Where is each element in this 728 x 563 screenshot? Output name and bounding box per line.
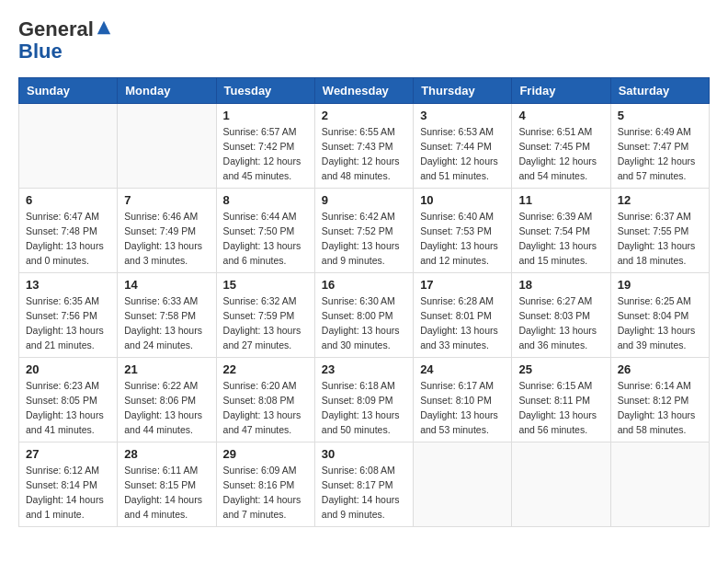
day-number: 16	[322, 278, 406, 292]
day-info: Sunrise: 6:49 AM Sunset: 7:47 PM Dayligh…	[618, 125, 702, 183]
day-info: Sunrise: 6:47 AM Sunset: 7:48 PM Dayligh…	[26, 210, 110, 268]
day-info: Sunrise: 6:35 AM Sunset: 7:56 PM Dayligh…	[26, 294, 110, 352]
day-info: Sunrise: 6:15 AM Sunset: 8:11 PM Dayligh…	[518, 379, 603, 437]
weekday-header-friday: Friday	[512, 78, 610, 104]
day-info: Sunrise: 6:25 AM Sunset: 8:04 PM Dayligh…	[618, 294, 702, 352]
day-info: Sunrise: 6:51 AM Sunset: 7:45 PM Dayligh…	[518, 125, 603, 183]
calendar-week-row: 27Sunrise: 6:12 AM Sunset: 8:14 PM Dayli…	[19, 442, 710, 527]
day-number: 18	[518, 278, 603, 292]
day-number: 26	[618, 362, 702, 376]
calendar-cell: 30Sunrise: 6:08 AM Sunset: 8:17 PM Dayli…	[314, 442, 413, 527]
calendar-week-row: 13Sunrise: 6:35 AM Sunset: 7:56 PM Dayli…	[19, 273, 710, 358]
calendar-cell	[512, 442, 610, 527]
calendar-cell	[19, 104, 118, 189]
calendar-cell: 21Sunrise: 6:22 AM Sunset: 8:06 PM Dayli…	[118, 358, 216, 442]
day-number: 29	[223, 447, 308, 461]
day-number: 28	[124, 447, 209, 461]
day-number: 7	[124, 193, 209, 207]
day-info: Sunrise: 6:22 AM Sunset: 8:06 PM Dayligh…	[124, 379, 209, 437]
calendar-cell	[118, 104, 216, 189]
day-info: Sunrise: 6:09 AM Sunset: 8:16 PM Dayligh…	[223, 464, 308, 522]
day-info: Sunrise: 6:28 AM Sunset: 8:01 PM Dayligh…	[420, 294, 505, 352]
day-info: Sunrise: 6:40 AM Sunset: 7:53 PM Dayligh…	[420, 210, 505, 268]
calendar-cell: 17Sunrise: 6:28 AM Sunset: 8:01 PM Dayli…	[414, 273, 512, 358]
day-info: Sunrise: 6:18 AM Sunset: 8:09 PM Dayligh…	[322, 379, 406, 437]
calendar-cell: 26Sunrise: 6:14 AM Sunset: 8:12 PM Dayli…	[610, 358, 709, 442]
weekday-header-monday: Monday	[118, 78, 216, 104]
day-info: Sunrise: 6:39 AM Sunset: 7:54 PM Dayligh…	[518, 210, 603, 268]
calendar-cell: 18Sunrise: 6:27 AM Sunset: 8:03 PM Dayli…	[512, 273, 610, 358]
calendar-cell	[414, 442, 512, 527]
logo-icon	[96, 19, 112, 36]
calendar-week-row: 1Sunrise: 6:57 AM Sunset: 7:42 PM Daylig…	[19, 104, 710, 189]
calendar-table: SundayMondayTuesdayWednesdayThursdayFrid…	[18, 77, 710, 527]
day-info: Sunrise: 6:27 AM Sunset: 8:03 PM Dayligh…	[518, 294, 603, 352]
day-info: Sunrise: 6:11 AM Sunset: 8:15 PM Dayligh…	[124, 464, 209, 522]
weekday-header-wednesday: Wednesday	[314, 78, 413, 104]
calendar-cell: 12Sunrise: 6:37 AM Sunset: 7:55 PM Dayli…	[610, 189, 709, 273]
day-number: 24	[420, 362, 505, 376]
calendar-cell: 2Sunrise: 6:55 AM Sunset: 7:43 PM Daylig…	[314, 104, 413, 189]
calendar-cell: 9Sunrise: 6:42 AM Sunset: 7:52 PM Daylig…	[314, 189, 413, 273]
calendar-cell: 1Sunrise: 6:57 AM Sunset: 7:42 PM Daylig…	[216, 104, 314, 189]
svg-marker-0	[97, 21, 110, 34]
day-info: Sunrise: 6:32 AM Sunset: 7:59 PM Dayligh…	[223, 294, 308, 352]
calendar-cell: 8Sunrise: 6:44 AM Sunset: 7:50 PM Daylig…	[216, 189, 314, 273]
logo-blue-text: Blue	[18, 40, 63, 63]
calendar-week-row: 20Sunrise: 6:23 AM Sunset: 8:05 PM Dayli…	[19, 358, 710, 442]
day-number: 8	[223, 193, 308, 207]
day-info: Sunrise: 6:14 AM Sunset: 8:12 PM Dayligh…	[618, 379, 702, 437]
day-number: 23	[322, 362, 406, 376]
calendar-cell: 7Sunrise: 6:46 AM Sunset: 7:49 PM Daylig…	[118, 189, 216, 273]
day-number: 13	[26, 278, 110, 292]
day-info: Sunrise: 6:44 AM Sunset: 7:50 PM Dayligh…	[223, 210, 308, 268]
calendar-cell: 16Sunrise: 6:30 AM Sunset: 8:00 PM Dayli…	[314, 273, 413, 358]
day-info: Sunrise: 6:46 AM Sunset: 7:49 PM Dayligh…	[124, 210, 209, 268]
day-info: Sunrise: 6:33 AM Sunset: 7:58 PM Dayligh…	[124, 294, 209, 352]
day-number: 15	[223, 278, 308, 292]
day-number: 12	[618, 193, 702, 207]
logo-general-text: General	[18, 17, 94, 40]
day-info: Sunrise: 6:30 AM Sunset: 8:00 PM Dayligh…	[322, 294, 406, 352]
calendar-cell	[610, 442, 709, 527]
calendar-cell: 19Sunrise: 6:25 AM Sunset: 8:04 PM Dayli…	[610, 273, 709, 358]
day-number: 20	[26, 362, 110, 376]
calendar-cell: 27Sunrise: 6:12 AM Sunset: 8:14 PM Dayli…	[19, 442, 118, 527]
calendar-header-row: SundayMondayTuesdayWednesdayThursdayFrid…	[19, 78, 710, 104]
calendar-cell: 23Sunrise: 6:18 AM Sunset: 8:09 PM Dayli…	[314, 358, 413, 442]
day-number: 2	[322, 109, 406, 122]
calendar-cell: 25Sunrise: 6:15 AM Sunset: 8:11 PM Dayli…	[512, 358, 610, 442]
day-info: Sunrise: 6:53 AM Sunset: 7:44 PM Dayligh…	[420, 125, 505, 183]
day-info: Sunrise: 6:08 AM Sunset: 8:17 PM Dayligh…	[322, 464, 406, 522]
calendar-cell: 20Sunrise: 6:23 AM Sunset: 8:05 PM Dayli…	[19, 358, 118, 442]
calendar-week-row: 6Sunrise: 6:47 AM Sunset: 7:48 PM Daylig…	[19, 189, 710, 273]
calendar-cell: 6Sunrise: 6:47 AM Sunset: 7:48 PM Daylig…	[19, 189, 118, 273]
day-number: 30	[322, 447, 406, 461]
weekday-header-sunday: Sunday	[19, 78, 118, 104]
calendar-cell: 15Sunrise: 6:32 AM Sunset: 7:59 PM Dayli…	[216, 273, 314, 358]
day-info: Sunrise: 6:17 AM Sunset: 8:10 PM Dayligh…	[420, 379, 505, 437]
day-info: Sunrise: 6:55 AM Sunset: 7:43 PM Dayligh…	[322, 125, 406, 183]
calendar-cell: 22Sunrise: 6:20 AM Sunset: 8:08 PM Dayli…	[216, 358, 314, 442]
calendar-cell: 24Sunrise: 6:17 AM Sunset: 8:10 PM Dayli…	[414, 358, 512, 442]
day-number: 4	[518, 109, 603, 122]
day-number: 14	[124, 278, 209, 292]
day-info: Sunrise: 6:42 AM Sunset: 7:52 PM Dayligh…	[322, 210, 406, 268]
day-number: 11	[518, 193, 603, 207]
calendar-cell: 13Sunrise: 6:35 AM Sunset: 7:56 PM Dayli…	[19, 273, 118, 358]
day-info: Sunrise: 6:37 AM Sunset: 7:55 PM Dayligh…	[618, 210, 702, 268]
day-number: 22	[223, 362, 308, 376]
day-number: 25	[518, 362, 603, 376]
day-number: 19	[618, 278, 702, 292]
calendar-cell: 5Sunrise: 6:49 AM Sunset: 7:47 PM Daylig…	[610, 104, 709, 189]
calendar-cell: 11Sunrise: 6:39 AM Sunset: 7:54 PM Dayli…	[512, 189, 610, 273]
calendar-cell: 29Sunrise: 6:09 AM Sunset: 8:16 PM Dayli…	[216, 442, 314, 527]
day-number: 9	[322, 193, 406, 207]
calendar-cell: 4Sunrise: 6:51 AM Sunset: 7:45 PM Daylig…	[512, 104, 610, 189]
calendar-cell: 14Sunrise: 6:33 AM Sunset: 7:58 PM Dayli…	[118, 273, 216, 358]
day-number: 10	[420, 193, 505, 207]
calendar-cell: 28Sunrise: 6:11 AM Sunset: 8:15 PM Dayli…	[118, 442, 216, 527]
day-info: Sunrise: 6:12 AM Sunset: 8:14 PM Dayligh…	[26, 464, 110, 522]
day-number: 21	[124, 362, 209, 376]
weekday-header-thursday: Thursday	[414, 78, 512, 104]
